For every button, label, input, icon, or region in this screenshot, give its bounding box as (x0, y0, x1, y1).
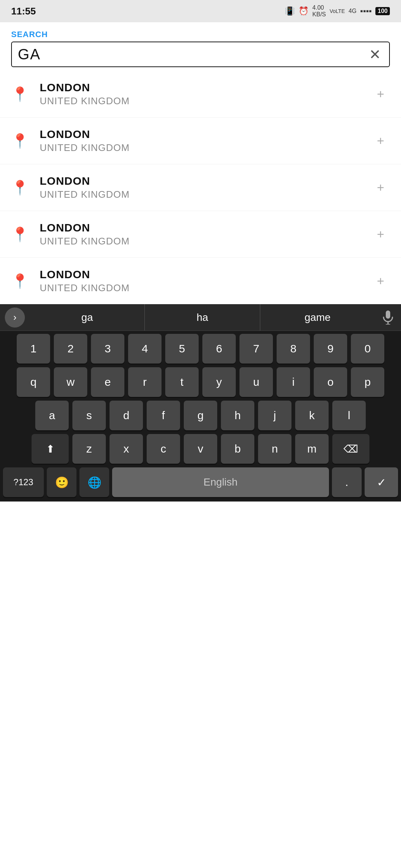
network-4g-icon: 4G (349, 8, 356, 14)
key-o[interactable]: o (314, 367, 347, 397)
key-1[interactable]: 1 (17, 334, 50, 364)
key-8[interactable]: 8 (277, 334, 310, 364)
enter-key[interactable]: ✓ (365, 467, 398, 497)
add-location-button[interactable]: + (371, 85, 390, 103)
key-6[interactable]: 6 (202, 334, 236, 364)
period-key[interactable]: . (332, 467, 362, 497)
clear-search-button[interactable]: ✕ (367, 46, 383, 63)
city-name: LONDON (40, 268, 371, 281)
status-time: 11:55 (11, 6, 36, 17)
add-location-button[interactable]: + (371, 272, 390, 290)
battery-icon: 100 (375, 7, 390, 15)
key-l[interactable]: l (332, 401, 366, 430)
keyboard-bottom-row: ?123 🙂 🌐 English . ✓ (0, 467, 401, 502)
add-location-button[interactable]: + (371, 132, 390, 150)
city-name: LONDON (40, 175, 371, 187)
space-key[interactable]: English (112, 467, 329, 497)
list-item: 📍 LONDON UNITED KINGDOM + (0, 118, 401, 164)
asdf-row: a s d f g h j k l (3, 401, 398, 430)
alarm-icon: ⏰ (299, 6, 309, 16)
list-item: 📍 LONDON UNITED KINGDOM + (0, 71, 401, 118)
key-p[interactable]: p (351, 367, 384, 397)
keyboard-rows: 1 2 3 4 5 6 7 8 9 0 q w e r t y u i o p … (0, 331, 401, 464)
key-s[interactable]: s (72, 401, 106, 430)
list-item: 📍 LONDON UNITED KINGDOM + (0, 258, 401, 304)
key-0[interactable]: 0 (351, 334, 384, 364)
symbols-key[interactable]: ?123 (3, 467, 44, 497)
key-4[interactable]: 4 (128, 334, 162, 364)
signal-icon: ▪▪▪▪ (360, 6, 372, 16)
key-f[interactable]: f (147, 401, 180, 430)
zxcv-row: ⬆ z x c v b n m ⌫ (3, 434, 398, 464)
country-name: UNITED KINGDOM (40, 189, 371, 200)
key-n[interactable]: n (258, 434, 291, 464)
key-q[interactable]: q (17, 367, 50, 397)
time-display: 11:55 (11, 6, 36, 17)
key-r[interactable]: r (128, 367, 162, 397)
add-location-button[interactable]: + (371, 178, 390, 197)
key-u[interactable]: u (239, 367, 273, 397)
key-y[interactable]: y (202, 367, 236, 397)
shift-key[interactable]: ⬆ (32, 434, 69, 464)
city-name: LONDON (40, 128, 371, 141)
search-container: SEARCH ✕ (0, 22, 401, 71)
expand-icon: › (5, 308, 25, 328)
status-bar: 11:55 📳 ⏰ 4.00KB/S VoLTE 4G ▪▪▪▪ 100 (0, 0, 401, 22)
microphone-button[interactable] (375, 304, 401, 331)
keyboard-suggestions-bar: › ga ha game (0, 304, 401, 331)
key-v[interactable]: v (184, 434, 217, 464)
search-label: SEARCH (11, 30, 390, 39)
key-m[interactable]: m (295, 434, 329, 464)
suggestion-word-2[interactable]: ha (144, 304, 260, 331)
key-i[interactable]: i (277, 367, 310, 397)
location-pin-icon: 📍 (11, 133, 29, 149)
suggestions-words: ga ha game (30, 304, 375, 331)
vibrate-icon: 📳 (285, 6, 295, 16)
key-b[interactable]: b (221, 434, 254, 464)
key-3[interactable]: 3 (91, 334, 124, 364)
results-list: 📍 LONDON UNITED KINGDOM + 📍 LONDON UNITE… (0, 71, 401, 304)
key-5[interactable]: 5 (165, 334, 199, 364)
qwerty-row: q w e r t y u i o p (3, 367, 398, 397)
key-c[interactable]: c (147, 434, 180, 464)
suggestion-word-3[interactable]: game (260, 304, 375, 331)
globe-key[interactable]: 🌐 (79, 467, 109, 497)
country-name: UNITED KINGDOM (40, 142, 371, 154)
suggestion-word-1[interactable]: ga (30, 304, 144, 331)
key-9[interactable]: 9 (314, 334, 347, 364)
key-k[interactable]: k (295, 401, 329, 430)
result-text: LONDON UNITED KINGDOM (40, 128, 371, 154)
key-a[interactable]: a (35, 401, 69, 430)
location-pin-icon: 📍 (11, 180, 29, 196)
result-text: LONDON UNITED KINGDOM (40, 221, 371, 247)
status-icons: 📳 ⏰ 4.00KB/S VoLTE 4G ▪▪▪▪ 100 (285, 4, 390, 17)
location-pin-icon: 📍 (11, 86, 29, 102)
add-location-button[interactable]: + (371, 225, 390, 244)
backspace-key[interactable]: ⌫ (332, 434, 369, 464)
location-pin-icon: 📍 (11, 273, 29, 289)
keyboard: › ga ha game 1 2 3 4 5 6 7 8 9 0 (0, 304, 401, 502)
key-g[interactable]: g (184, 401, 217, 430)
list-item: 📍 LONDON UNITED KINGDOM + (0, 164, 401, 211)
emoji-key[interactable]: 🙂 (47, 467, 76, 497)
city-name: LONDON (40, 81, 371, 94)
key-d[interactable]: d (110, 401, 143, 430)
key-2[interactable]: 2 (54, 334, 87, 364)
country-name: UNITED KINGDOM (40, 236, 371, 247)
key-w[interactable]: w (54, 367, 87, 397)
key-x[interactable]: x (110, 434, 143, 464)
result-text: LONDON UNITED KINGDOM (40, 175, 371, 200)
volte-icon: VoLTE (330, 8, 345, 14)
suggestions-expand-button[interactable]: › (0, 304, 30, 331)
list-item: 📍 LONDON UNITED KINGDOM + (0, 211, 401, 258)
country-name: UNITED KINGDOM (40, 282, 371, 294)
country-name: UNITED KINGDOM (40, 95, 371, 107)
key-j[interactable]: j (258, 401, 291, 430)
key-z[interactable]: z (72, 434, 106, 464)
key-e[interactable]: e (91, 367, 124, 397)
key-t[interactable]: t (165, 367, 199, 397)
key-h[interactable]: h (221, 401, 254, 430)
search-input[interactable] (18, 46, 367, 63)
location-pin-icon: 📍 (11, 226, 29, 243)
key-7[interactable]: 7 (239, 334, 273, 364)
